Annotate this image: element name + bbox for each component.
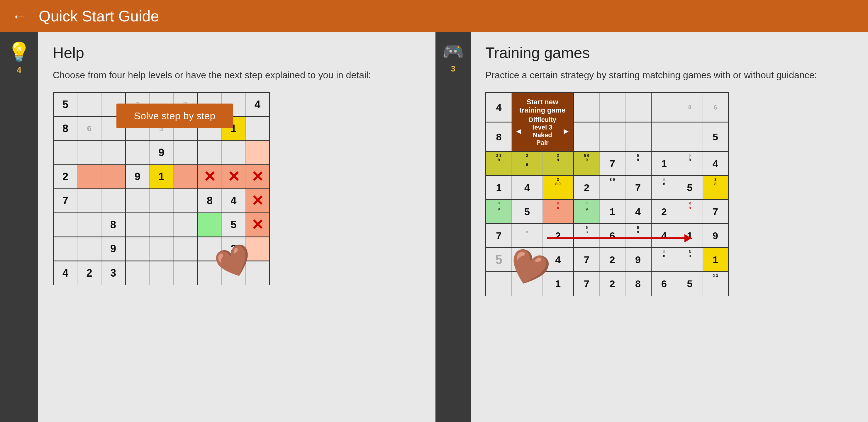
help-sudoku-grid: 5 2 7 4 8 6 (53, 92, 270, 285)
cell-r3c2 (78, 141, 101, 165)
tr-r2c9: 5 (703, 122, 728, 152)
cell-r8c3: 3 (101, 261, 125, 285)
tr-r6c6: 58 (625, 224, 651, 248)
cell-r1c1: 5 (53, 93, 78, 117)
solve-step-button[interactable]: Solve step by step (116, 103, 233, 128)
tr-r3c9: 4 (703, 152, 728, 175)
training-title: Training games (485, 44, 853, 62)
tr-r1c9: 6 (703, 93, 728, 122)
cell-r5c4 (125, 189, 150, 213)
cell-r7c6 (174, 237, 198, 261)
tr-r5c2: 5 (512, 200, 543, 224)
cell-r5c2 (78, 189, 101, 213)
cell-r7c3: 9 (101, 237, 125, 261)
tr-r7c5: 2 (599, 248, 625, 272)
cell-r8c2: 2 (78, 261, 101, 285)
cell-r3c9 (246, 141, 270, 165)
tr-r8c8: 5 (677, 272, 703, 296)
tr-r4c6: 7 (625, 175, 651, 200)
tr-r3c1: 2 39 (486, 152, 512, 175)
cell-r6c7 (198, 213, 222, 237)
cell-r6c4 (125, 213, 150, 237)
tr-r7c6: 9 (625, 248, 651, 272)
cell-r6c3: 8 (101, 213, 125, 237)
cell-r4c2 (78, 165, 101, 189)
cell-r3c6 (174, 141, 198, 165)
lightbulb-icon: 💡 (7, 41, 31, 63)
cell-r1c9: 4 (246, 93, 270, 117)
help-panel: Help Choose from four help levels or hav… (38, 32, 435, 422)
cell-r4c6 (174, 165, 198, 189)
cell-r3c1 (53, 141, 78, 165)
tr-r6c1: 7 (486, 224, 512, 248)
tr-r6c3: 2 (542, 224, 574, 248)
cell-r5c5 (150, 189, 174, 213)
cell-r6c2 (78, 213, 101, 237)
cell-r3c7 (198, 141, 222, 165)
tr-r7c9: 1 (703, 248, 728, 272)
cell-r6c8: 5 (222, 213, 246, 237)
cell-r3c8 (222, 141, 246, 165)
tr-r2c7 (651, 122, 677, 152)
tr-r3c5: 7 (599, 152, 625, 175)
cell-r6c9: ✕ (246, 213, 270, 237)
cell-r2c1: 8 (53, 117, 78, 141)
tr-r5c5: 1 (599, 200, 625, 224)
cell-r5c6 (174, 189, 198, 213)
tr-r1c7 (651, 93, 677, 122)
cell-r1c2 (78, 93, 101, 117)
tr-r5c1: 39 (486, 200, 512, 224)
tr-r5c4: 39 (574, 200, 599, 224)
training-description: Practice a certain strategy by starting … (485, 69, 853, 82)
controller-icon: 🎮 (442, 41, 464, 62)
tr-r1c4 (574, 93, 599, 122)
tr-r5c6: 4 (625, 200, 651, 224)
training-overlay-title: Start new training game (515, 98, 570, 114)
red-x-r4c8: ✕ (227, 168, 240, 185)
tr-r5c3: ✕✕ (542, 200, 574, 224)
cell-r6c5 (150, 213, 174, 237)
cell-r3c4 (125, 141, 150, 165)
cell-r7c2 (78, 237, 101, 261)
cell-r4c9: ✕ (246, 165, 270, 189)
cell-r5c7: 8 (198, 189, 222, 213)
tr-r4c7: 68 (651, 175, 677, 200)
help-title: Help (53, 44, 421, 62)
tr-r5c9: 7 (703, 200, 728, 224)
training-overlay-cell: Start new training game ◄ Difficulty lev… (512, 93, 574, 152)
cell-r4c4: 9 (125, 165, 150, 189)
back-button[interactable]: ← (12, 8, 27, 24)
red-x-r4c9: ✕ (251, 168, 264, 185)
tr-r6c4: 53 (574, 224, 599, 248)
tr-r5c8: ✕8 (677, 200, 703, 224)
tr-r6c5: 6 (599, 224, 625, 248)
tr-r3c7: 1 (651, 152, 677, 175)
tr-r2c5 (599, 122, 625, 152)
cell-r7c1 (53, 237, 78, 261)
tr-r4c8: 5 (677, 175, 703, 200)
cell-r5c3 (101, 189, 125, 213)
header: ← Quick Start Guide (0, 0, 868, 32)
prev-training-button[interactable]: ◄ (515, 127, 523, 136)
tr-r3c6: 58 (625, 152, 651, 175)
tr-r3c3: 39 (542, 152, 574, 175)
tr-r6c9: 9 (703, 224, 728, 248)
help-badge: 4 (17, 65, 22, 75)
tr-r3c4: 5 69 (574, 152, 599, 175)
cell-r7c5 (150, 237, 174, 261)
training-sudoku-wrapper: 4 Start new training game ◄ Difficulty l… (485, 92, 729, 296)
cell-r5c8: 4 (222, 189, 246, 213)
tr-r7c8: 38 (677, 248, 703, 272)
tr-r2c1: 8 (486, 122, 512, 152)
cell-r3c3 (101, 141, 125, 165)
tr-r8c4: 7 (574, 272, 599, 296)
tr-r8c7: 6 (651, 272, 677, 296)
red-x-r5c9: ✕ (251, 193, 264, 209)
next-training-button[interactable]: ► (562, 127, 570, 136)
mid-sidebar: 🎮 3 (435, 32, 471, 422)
tr-r8c9: 2 3 (703, 272, 728, 296)
tr-r8c5: 2 (599, 272, 625, 296)
cell-r5c9: ✕ (246, 189, 270, 213)
training-nav-row: ◄ Difficulty level 3 Naked Pair ► (515, 116, 570, 147)
tr-r1c1: 4 (486, 93, 512, 122)
